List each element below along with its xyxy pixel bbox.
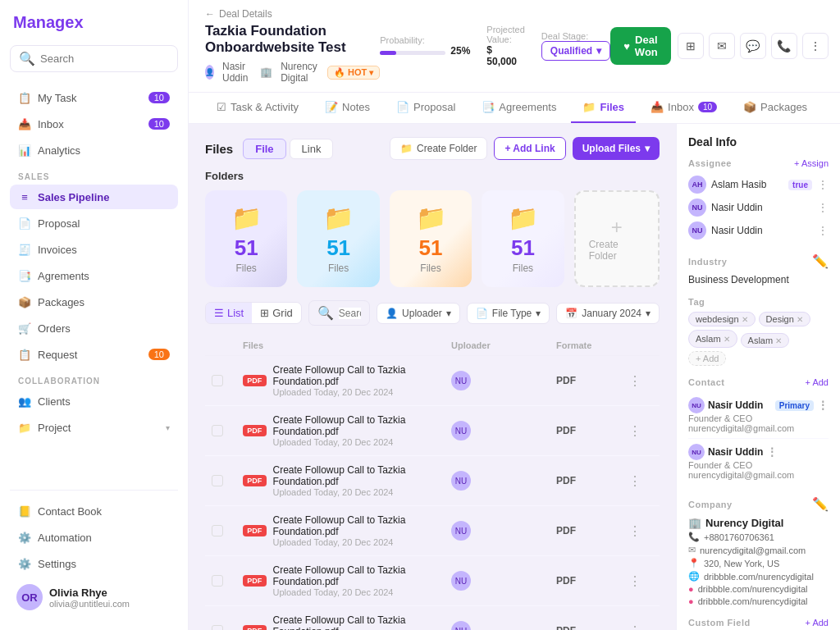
sidebar-item-packages[interactable]: 📦 Packages (10, 290, 178, 314)
folder-card-0[interactable]: 📁 51 Files (205, 190, 287, 287)
file-checkbox-3[interactable] (212, 525, 223, 536)
remove-tag-2[interactable]: ✕ (724, 335, 730, 344)
sidebar-item-agrements[interactable]: 📑 Agrements (10, 263, 178, 288)
filetype-filter-btn[interactable]: 📄 File Type ▾ (467, 303, 550, 324)
calendar-icon: 📅 (565, 308, 578, 319)
assignee-avatar-1: NU (688, 199, 706, 217)
add-custom-field-btn[interactable]: + Add (806, 618, 829, 628)
search-file-box[interactable]: 🔍 (308, 300, 370, 326)
sidebar-item-project[interactable]: 📁 Project ▾ (10, 415, 178, 440)
more-dots-2[interactable]: ⋮ (817, 224, 829, 237)
person-icon: 👤 (386, 308, 398, 319)
add-contact-btn[interactable]: + Add (806, 377, 829, 387)
sidebar-item-request[interactable]: 📋 Request 10 (10, 342, 178, 367)
more-dots-1[interactable]: ⋮ (817, 201, 829, 214)
sidebar-item-my-task[interactable]: 📋 My Task 10 (10, 85, 178, 110)
sidebar-item-proposal[interactable]: 📄 Proposal (10, 211, 178, 235)
list-view-btn[interactable]: ☰ List (206, 303, 252, 323)
mail-icon-btn[interactable]: ✉ (709, 33, 735, 59)
tag-hot[interactable]: 🔥 HOT ▾ (327, 66, 380, 80)
sidebar-item-settings[interactable]: ⚙️ Settings (10, 551, 178, 576)
deal-won-button[interactable]: ♥ Deal Won (610, 27, 671, 65)
assignee-row-1: NU Nasir Uddin ⋮ (688, 196, 829, 219)
subtab-file[interactable]: File (243, 139, 285, 159)
table-row[interactable]: PDF Create Followup Call to Tazkia Found… (205, 506, 660, 556)
tab-proposal[interactable]: 📄 Proposal (385, 93, 467, 123)
folder-card-create[interactable]: + Create Folder (574, 190, 660, 287)
date-filter-btn[interactable]: 📅 January 2024 ▾ (556, 303, 660, 324)
file-checkbox-4[interactable] (212, 575, 223, 587)
table-row[interactable]: PDF Create Followup Call to Tazkia Found… (205, 606, 660, 630)
sidebar-item-inbox[interactable]: 📥 Inbox 10 (10, 112, 178, 136)
files-subtabs: File Link (243, 139, 333, 159)
sidebar-item-sales-pipeline[interactable]: ≡ Sales Pipeline (10, 185, 178, 209)
folder-card-1[interactable]: 📁 51 Files (297, 190, 379, 287)
grid-view-icon-btn[interactable]: ⊞ (678, 33, 704, 59)
remove-tag-0[interactable]: ✕ (742, 315, 748, 324)
folder-card-3[interactable]: 📁 51 Files (482, 190, 564, 287)
tab-task-activity[interactable]: ☑ Task & Activity (205, 93, 310, 123)
tab-files[interactable]: 📁 Files (571, 93, 636, 123)
sidebar-item-analytics[interactable]: 📊 Analytics (10, 138, 178, 162)
project-icon: 📁 (18, 421, 31, 434)
file-more-btn-3[interactable]: ⋮ (628, 523, 653, 539)
grid-view-btn[interactable]: ⊞ Grid (252, 303, 301, 323)
user-profile[interactable]: OR Olivia Rhye olivia@untitleui.com (10, 578, 178, 617)
table-row[interactable]: PDF Create Followup Call to Tazkia Found… (205, 456, 660, 506)
table-row[interactable]: PDF Create Followup Call to Tazkia Found… (205, 356, 660, 406)
table-row[interactable]: PDF Create Followup Call to Tazkia Found… (205, 556, 660, 606)
proposal-icon: 📄 (18, 217, 31, 230)
edit-company-icon[interactable]: ✏️ (812, 496, 829, 512)
company-icon: 🏢 (260, 66, 272, 78)
company-website: ● dribbble.com/nurencydigital (688, 596, 829, 606)
search-input[interactable] (40, 52, 169, 65)
file-more-btn-1[interactable]: ⋮ (628, 423, 653, 439)
tab-packages[interactable]: 📦 Packages (732, 93, 819, 123)
back-link[interactable]: ← Deal Details (205, 8, 380, 20)
file-more-btn-0[interactable]: ⋮ (628, 373, 653, 389)
sidebar-item-orders[interactable]: 🛒 Orders (10, 316, 178, 340)
more-dots-0[interactable]: ⋮ (817, 178, 829, 191)
file-more-btn-5[interactable]: ⋮ (628, 623, 653, 631)
create-folder-button[interactable]: 📁 Create Folder (390, 137, 487, 160)
sidebar-item-automation[interactable]: ⚙️ Automation (10, 525, 178, 550)
inbox-icon: 📥 (18, 117, 31, 130)
file-more-btn-2[interactable]: ⋮ (628, 473, 653, 489)
contact-more-0[interactable]: ⋮ (817, 399, 829, 412)
file-more-btn-4[interactable]: ⋮ (628, 573, 653, 589)
table-row[interactable]: PDF Create Followup Call to Tazkia Found… (205, 406, 660, 456)
assign-button[interactable]: + Assign (794, 158, 829, 168)
remove-tag-1[interactable]: ✕ (797, 315, 803, 324)
deal-stage-button[interactable]: Qualified ▾ (541, 41, 610, 61)
uploader-filter-btn[interactable]: 👤 Uploader ▾ (377, 303, 460, 324)
add-tag-btn[interactable]: + Add (688, 351, 726, 366)
phone-icon-btn[interactable]: 📞 (771, 33, 797, 59)
add-link-button[interactable]: + Add Link (494, 137, 565, 160)
packages-tab-icon: 📦 (743, 101, 756, 113)
edit-icon[interactable]: ✏️ (812, 253, 829, 269)
sidebar-item-clients[interactable]: 👥 Clients (10, 389, 178, 413)
sidebar-item-invoices[interactable]: 🧾 Invoices (10, 237, 178, 262)
folders-grid: 📁 51 Files 📁 51 Files 📁 51 Files (205, 190, 660, 287)
contact-more-1[interactable]: ⋮ (766, 445, 778, 459)
sidebar-item-contact-book[interactable]: 📒 Contact Book (10, 499, 178, 523)
upload-files-button[interactable]: Upload Files ▾ (573, 137, 660, 160)
chevron-down-icon: ▾ (166, 423, 170, 432)
company-section: Company ✏️ 🏢 Nurency Digital 📞 +88017607… (688, 496, 829, 606)
file-checkbox-0[interactable] (212, 375, 223, 386)
file-checkbox-2[interactable] (212, 475, 223, 486)
uploader-avatar-1: NU (451, 421, 471, 441)
more-options-btn[interactable]: ⋮ (802, 33, 829, 59)
subtab-link[interactable]: Link (290, 139, 334, 159)
search-box[interactable]: 🔍 (10, 45, 178, 72)
company-details: 🏢 Nurency Digital 📞 +8801760706361 ✉ nur… (688, 517, 829, 606)
folder-card-2[interactable]: 📁 51 Files (390, 190, 472, 287)
chat-icon-btn[interactable]: 💬 (740, 33, 766, 59)
tab-agreements[interactable]: 📑 Agreements (470, 93, 568, 123)
search-file-input[interactable] (339, 308, 361, 319)
tab-inbox[interactable]: 📥 Inbox 10 (639, 93, 728, 123)
file-checkbox-1[interactable] (212, 425, 223, 436)
tab-notes[interactable]: 📝 Notes (313, 93, 381, 123)
remove-tag-3[interactable]: ✕ (775, 336, 782, 345)
file-checkbox-5[interactable] (212, 625, 223, 630)
